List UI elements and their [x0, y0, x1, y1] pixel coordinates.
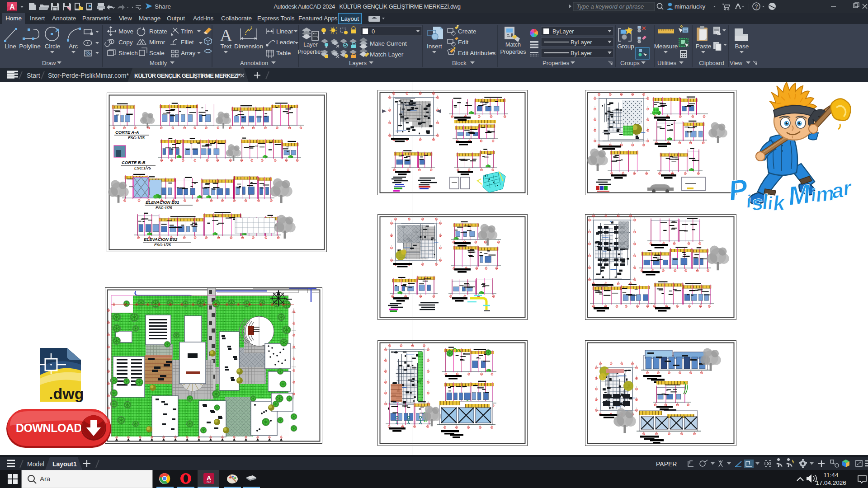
svg-text:ESC:1/75: ESC:1/75 — [128, 136, 145, 140]
svg-text:Annotation: Annotation — [240, 60, 268, 66]
svg-text:0: 0 — [372, 28, 375, 35]
svg-text:Line: Line — [5, 43, 16, 50]
svg-text:CORTE A-A: CORTE A-A — [115, 130, 139, 135]
svg-text:Base: Base — [735, 43, 749, 50]
svg-text:ELEVACION E01: ELEVACION E01 — [146, 200, 179, 205]
svg-text:17.04.2026: 17.04.2026 — [816, 479, 846, 486]
svg-text:Modify: Modify — [150, 60, 167, 66]
svg-text:Make Current: Make Current — [370, 40, 407, 47]
svg-text:Autodesk AutoCAD 2024 KÜLTÜR: Autodesk AutoCAD 2024 KÜLTÜR GENÇLİK GEL… — [274, 3, 460, 10]
svg-text:Mirror: Mirror — [149, 39, 165, 46]
svg-text:11:44: 11:44 — [824, 472, 839, 479]
svg-text:Trim: Trim — [181, 28, 193, 35]
svg-text:Clipboard: Clipboard — [699, 60, 724, 66]
svg-text:Arc: Arc — [69, 43, 78, 50]
svg-text:DOWNLOAD: DOWNLOAD — [16, 422, 82, 434]
svg-text:Match Layer: Match Layer — [370, 51, 404, 58]
svg-text:Insert: Insert — [427, 43, 442, 50]
svg-text:Create: Create — [458, 28, 476, 35]
svg-text:Layer: Layer — [303, 42, 317, 48]
svg-text:Start: Start — [27, 72, 40, 79]
svg-text:Copy: Copy — [118, 39, 133, 46]
svg-text:Array: Array — [181, 50, 196, 56]
svg-text:?: ? — [755, 4, 758, 10]
svg-text:ByLayer: ByLayer — [571, 39, 592, 46]
svg-text:Share: Share — [155, 3, 171, 10]
svg-text:Text: Text — [221, 43, 232, 50]
svg-text:ByLayer: ByLayer — [552, 28, 574, 35]
svg-text:Properties: Properties — [298, 49, 324, 55]
svg-text:CAD: CAD — [207, 481, 212, 483]
svg-text:Linear: Linear — [276, 28, 293, 35]
svg-text:Match: Match — [505, 42, 521, 48]
svg-text:ByLayer: ByLayer — [571, 50, 592, 56]
svg-text:ESC:1/75: ESC:1/75 — [134, 166, 151, 170]
svg-text:Leader: Leader — [276, 39, 296, 46]
svg-text:A: A — [220, 26, 232, 45]
svg-text:View: View — [730, 60, 743, 66]
svg-text:A: A — [9, 3, 15, 11]
svg-text:Table: Table — [276, 50, 291, 56]
svg-text:Circle: Circle — [45, 43, 61, 50]
svg-text:Properties: Properties — [542, 60, 570, 66]
svg-text:Model: Model — [27, 460, 44, 468]
svg-text:Ara: Ara — [40, 475, 51, 483]
svg-text:Polyline: Polyline — [19, 43, 40, 50]
svg-text:KÜLTÜR GENÇLİK GELİŞTİRME MERK: KÜLTÜR GENÇLİK GELİŞTİRME MERKEZİ* — [134, 72, 241, 79]
svg-text:Utilities: Utilities — [657, 60, 676, 66]
svg-text:Rotate: Rotate — [149, 28, 167, 35]
svg-text:Edit Attributes: Edit Attributes — [458, 50, 496, 56]
svg-text:Scale: Scale — [149, 50, 165, 56]
svg-text:mimarlucky: mimarlucky — [675, 3, 706, 10]
svg-text:Stretch: Stretch — [118, 50, 138, 56]
svg-text:Draw: Draw — [42, 60, 56, 66]
svg-text:Stor-Perde-PislikMimar.com*: Stor-Perde-PislikMimar.com* — [48, 72, 129, 79]
svg-text:M: M — [787, 178, 813, 211]
svg-text:Layers: Layers — [349, 60, 367, 66]
svg-text:PAPER: PAPER — [656, 460, 677, 468]
svg-text:Block: Block — [452, 60, 467, 66]
svg-text:Move: Move — [118, 28, 133, 35]
svg-text:Group: Group — [617, 43, 634, 50]
svg-text:ESC:1/75: ESC:1/75 — [156, 206, 172, 210]
svg-text:Fillet: Fillet — [181, 39, 194, 46]
svg-text:Properties: Properties — [500, 49, 526, 55]
svg-text:Paste: Paste — [696, 43, 712, 50]
svg-text:ELEVACION E02: ELEVACION E02 — [144, 237, 178, 242]
svg-text:CORTE B-B: CORTE B-B — [122, 160, 146, 165]
svg-text:Layout1: Layout1 — [52, 460, 77, 468]
svg-text:Type a keyword or phrase: Type a keyword or phrase — [576, 3, 644, 10]
svg-text:ESC:1/75: ESC:1/75 — [154, 243, 171, 247]
svg-text:Measure: Measure — [654, 43, 678, 50]
svg-text:.dwg: .dwg — [49, 385, 84, 402]
svg-text:Groups: Groups — [620, 60, 640, 66]
svg-text:k: k — [772, 191, 787, 215]
svg-text:Dimension: Dimension — [234, 43, 263, 50]
svg-text:Edit: Edit — [458, 39, 469, 46]
